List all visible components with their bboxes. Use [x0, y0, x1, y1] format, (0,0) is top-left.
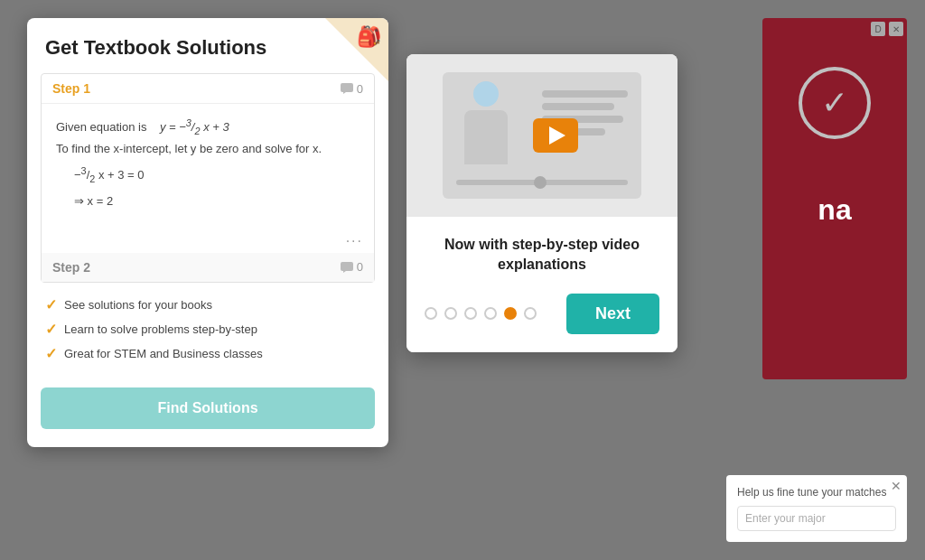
textbook-solutions-card: 🎒 Get Textbook Solutions Step 1 0 Given …	[27, 18, 388, 447]
ad-area: D ✕ ✓ na	[762, 18, 907, 379]
step1-comment: 0	[341, 82, 363, 96]
dots-indicator	[425, 307, 537, 320]
card-title: Get Textbook Solutions	[45, 36, 370, 60]
backpack-icon: 🎒	[357, 25, 381, 49]
find-solutions-button[interactable]: Find Solutions	[41, 387, 375, 429]
step1-line1: Given equation is y = −3/2 x + 3	[56, 115, 360, 139]
video-progress-bar	[456, 180, 628, 185]
comment-icon	[341, 83, 353, 94]
video-illustration	[443, 72, 641, 199]
ad-icon-1: D	[871, 22, 885, 36]
step2-label: Step 2	[52, 260, 90, 275]
check-icon-2: ✓	[45, 321, 57, 338]
svg-marker-3	[343, 271, 346, 273]
dot-6[interactable]	[524, 307, 537, 320]
step1-line2: To find the x-intercept, let y be zero a…	[56, 139, 360, 159]
step1-math2: ⇒ x = 2	[74, 191, 360, 211]
step1-more: ...	[42, 226, 374, 253]
svg-rect-0	[341, 83, 353, 92]
step2-comment: 0	[341, 260, 363, 274]
card-bottom: Next	[425, 294, 659, 334]
feature-label-2: Learn to solve problems step-by-step	[64, 322, 257, 336]
step2-comment-count: 0	[357, 260, 363, 274]
svg-marker-1	[343, 92, 346, 94]
video-title: Now with step-by-step video explanations	[425, 235, 659, 275]
progress-dot	[534, 176, 547, 189]
feature-item-1: ✓ See solutions for your books	[45, 296, 370, 313]
play-button[interactable]	[533, 118, 578, 153]
step1-equation: y = −3/2 x + 3	[160, 120, 229, 134]
ad-checkmark-icon: ✓	[821, 84, 848, 122]
dot-3[interactable]	[464, 307, 477, 320]
step1-content: Given equation is y = −3/2 x + 3 To find…	[42, 104, 374, 226]
person-silhouette	[461, 81, 510, 172]
comment2-icon	[341, 262, 353, 273]
dot-4[interactable]	[484, 307, 497, 320]
play-triangle-icon	[549, 126, 565, 145]
card-body: Now with step-by-step video explanations…	[406, 217, 677, 352]
check-icon-3: ✓	[45, 345, 57, 362]
step1-comment-count: 0	[357, 82, 363, 96]
dot-1[interactable]	[425, 307, 437, 320]
person-body	[464, 110, 508, 164]
step1-math1: −3/2 x + 3 = 0	[74, 163, 360, 187]
dot-5-active[interactable]	[504, 307, 517, 320]
person-head	[473, 81, 499, 107]
close-bottom-panel-button[interactable]: ✕	[891, 479, 902, 493]
text-line-2	[542, 103, 614, 110]
ad-text: na	[762, 193, 907, 227]
video-preview	[406, 54, 677, 217]
help-text: Help us fine tune your matches	[737, 486, 896, 499]
feature-item-3: ✓ Great for STEM and Business classes	[45, 345, 370, 362]
step1-header: Step 1 0	[42, 74, 374, 104]
ad-close-icon[interactable]: ✕	[889, 22, 903, 36]
features-list: ✓ See solutions for your books ✓ Learn t…	[27, 283, 388, 383]
text-line-1	[542, 90, 628, 98]
next-button[interactable]: Next	[566, 294, 659, 334]
bottom-panel: ✕ Help us fine tune your matches Enter y…	[726, 475, 907, 542]
steps-area: Step 1 0 Given equation is y = −3/2 x + …	[41, 73, 375, 283]
step1-label: Step 1	[52, 81, 90, 96]
step2-header: Step 2 0	[42, 253, 374, 282]
ad-top-bar: D ✕	[762, 18, 907, 40]
card-header: 🎒 Get Textbook Solutions	[27, 18, 388, 73]
dot-2[interactable]	[444, 307, 457, 320]
check-icon-1: ✓	[45, 296, 57, 313]
major-input[interactable]: Enter your major	[737, 506, 896, 531]
video-explanation-card: Now with step-by-step video explanations…	[406, 54, 677, 352]
svg-rect-2	[341, 262, 353, 271]
feature-label-1: See solutions for your books	[64, 298, 212, 312]
feature-item-2: ✓ Learn to solve problems step-by-step	[45, 321, 370, 338]
ad-check-circle: ✓	[799, 67, 871, 139]
feature-label-3: Great for STEM and Business classes	[64, 347, 263, 360]
